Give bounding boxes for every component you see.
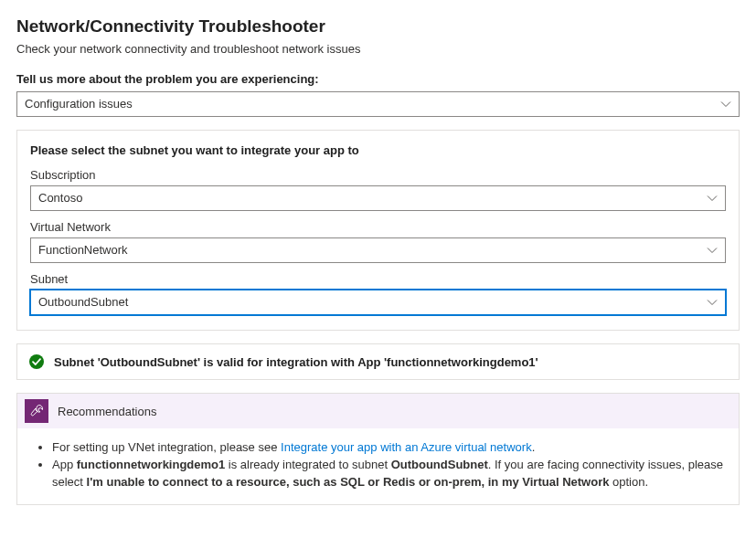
subscription-label: Subscription — [30, 168, 726, 182]
vnet-integration-doc-link[interactable]: Integrate your app with an Azure virtual… — [281, 440, 532, 454]
chevron-down-icon — [720, 99, 731, 110]
recommendations-body: For setting up VNet integration, please … — [17, 428, 739, 504]
success-check-icon — [28, 353, 45, 370]
chevron-down-icon — [707, 193, 718, 204]
recommendations-title: Recommendations — [58, 405, 156, 418]
recommendation-item-1: For setting up VNet integration, please … — [52, 439, 724, 457]
vnet-select[interactable]: FunctionNetwork — [30, 237, 726, 263]
vnet-label: Virtual Network — [30, 220, 726, 234]
status-bar: Subnet 'OutboundSubnet' is valid for int… — [16, 343, 740, 380]
subnet-label: Subnet — [30, 272, 726, 286]
recommendation-item-2: App functionnetworkingdemo1 is already i… — [52, 457, 724, 491]
status-text: Subnet 'OutboundSubnet' is valid for int… — [54, 355, 538, 369]
svg-point-0 — [29, 354, 44, 369]
chevron-down-icon — [707, 297, 718, 308]
subnet-card-title: Please select the subnet you want to int… — [30, 143, 726, 157]
chevron-down-icon — [707, 245, 718, 256]
suggested-option: I'm unable to connect to a resource, suc… — [87, 475, 610, 489]
subnet-selection-card: Please select the subnet you want to int… — [16, 130, 740, 331]
subnet-name: OutboundSubnet — [391, 458, 488, 471]
page-subtitle: Check your network connectivity and trou… — [16, 42, 740, 56]
problem-select-value: Configuration issues — [25, 97, 133, 111]
app-name: functionnetworkingdemo1 — [77, 458, 226, 471]
subscription-select-value: Contoso — [38, 191, 82, 205]
recommendations-header: Recommendations — [17, 394, 739, 428]
subnet-select-value: OutboundSubnet — [38, 295, 128, 309]
problem-label: Tell us more about the problem you are e… — [16, 72, 740, 86]
subscription-select[interactable]: Contoso — [30, 185, 726, 211]
recommendations-block: Recommendations For setting up VNet inte… — [16, 393, 740, 505]
page-title: Network/Connectivity Troubleshooter — [16, 16, 740, 37]
problem-select[interactable]: Configuration issues — [16, 91, 740, 117]
subnet-select[interactable]: OutboundSubnet — [30, 290, 726, 315]
wrench-icon — [25, 399, 48, 423]
vnet-select-value: FunctionNetwork — [38, 243, 128, 257]
